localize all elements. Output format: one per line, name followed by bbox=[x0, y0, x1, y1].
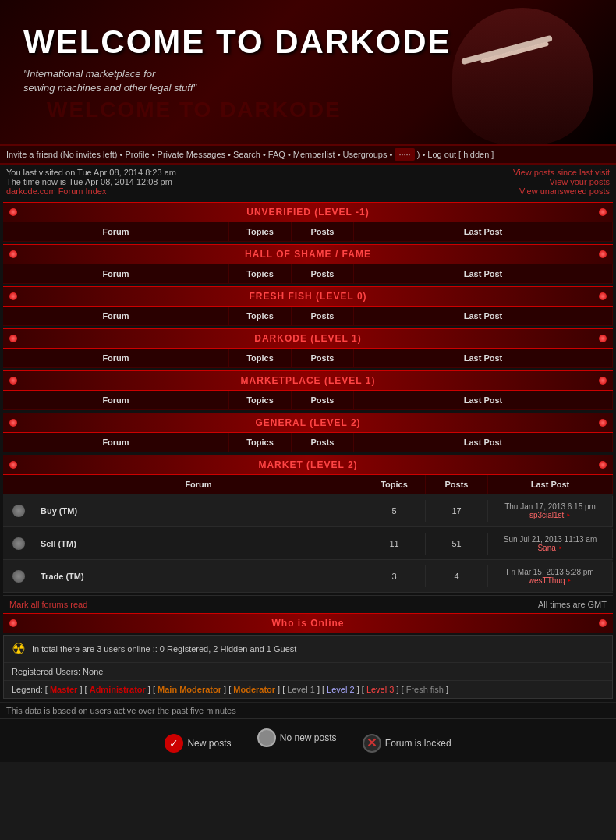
section-darkode: DARKODE (LEVEL 1) Forum Topics Posts Las… bbox=[3, 328, 613, 368]
sell-topics-cell: 11 bbox=[363, 533, 426, 555]
online-registered-text: Registered Users: None bbox=[12, 667, 103, 676]
buy-forum-link[interactable]: Buy (TM) bbox=[41, 506, 77, 516]
sell-forum-link[interactable]: Sell (TM) bbox=[41, 539, 76, 548]
view-your-posts-link[interactable]: View your posts bbox=[513, 177, 610, 186]
section-fresh-fish: FRESH FISH (LEVEL 0) Forum Topics Posts … bbox=[3, 286, 613, 326]
trade-icon-cell bbox=[3, 564, 34, 589]
online-total-text: In total there are 3 users online :: 0 R… bbox=[32, 644, 296, 654]
dot-right-market bbox=[599, 461, 607, 469]
section-title-market[interactable]: MARKET (LEVEL 2) bbox=[258, 459, 357, 470]
online-legend-row: Legend: [ Master ] [ Administrator ] [ M… bbox=[4, 681, 612, 698]
trade-forum-link[interactable]: Trade (TM) bbox=[41, 572, 84, 581]
legend-mainmod-link[interactable]: Main Moderator bbox=[158, 685, 221, 694]
dot-left-fresh bbox=[9, 292, 17, 300]
buy-lastpost-user[interactable]: sp3cial1st bbox=[529, 511, 564, 519]
who-is-online-section: Who is Online ☢ In total there are 3 use… bbox=[3, 613, 613, 699]
col-forum-marketplace: Forum bbox=[3, 391, 229, 409]
forum-index-link[interactable]: darkode.com Forum Index bbox=[6, 186, 106, 196]
view-unanswered-link[interactable]: View unanswered posts bbox=[513, 186, 610, 196]
nav-memberlist[interactable]: Memberlist bbox=[293, 150, 335, 159]
col-forum-hall: Forum bbox=[3, 264, 229, 283]
section-title-darkode[interactable]: DARKODE (LEVEL 1) bbox=[254, 333, 361, 344]
nav-logout[interactable]: Log out bbox=[427, 150, 456, 159]
header-image bbox=[320, 0, 616, 144]
col-header-market: Forum Topics Posts Last Post bbox=[3, 475, 613, 494]
section-header-unverified: UNVERIFIED (LEVEL -1) bbox=[3, 202, 613, 222]
col-header-hall: Forum Topics Posts Last Post bbox=[3, 264, 613, 284]
col-header-marketplace: Forum Topics Posts Last Post bbox=[3, 391, 613, 410]
col-forum-fresh: Forum bbox=[3, 307, 229, 325]
dot-left-darkode bbox=[9, 335, 17, 342]
section-header-darkode: DARKODE (LEVEL 1) bbox=[3, 328, 613, 349]
sell-lastpost-user[interactable]: Sana bbox=[537, 544, 555, 552]
section-title-hall[interactable]: HALL OF SHAME / FAME bbox=[245, 249, 371, 260]
online-total-row: ☢ In total there are 3 users online :: 0… bbox=[4, 636, 612, 663]
nav-usergroups[interactable]: Usergroups bbox=[343, 150, 388, 159]
sell-lastpost-cell: Sun Jul 21, 2013 11:13 am Sana ‣ bbox=[488, 529, 613, 558]
nav-hidden[interactable]: hidden bbox=[463, 150, 489, 159]
mark-all-link[interactable]: Mark all forums read bbox=[9, 600, 87, 609]
col-lastpost-unverified: Last Post bbox=[354, 222, 613, 241]
section-title-general[interactable]: GENERAL (LEVEL 2) bbox=[255, 417, 360, 428]
nav-profile[interactable]: Profile bbox=[125, 150, 149, 159]
info-bar-right: View posts since last visit View your po… bbox=[513, 168, 610, 196]
radioactive-icon: ☢ bbox=[12, 640, 26, 658]
section-header-marketplace: MARKETPLACE (LEVEL 1) bbox=[3, 370, 613, 391]
dot-left-marketplace bbox=[9, 377, 17, 385]
section-general: GENERAL (LEVEL 2) Forum Topics Posts Las… bbox=[3, 413, 613, 452]
col-posts-market: Posts bbox=[426, 475, 488, 494]
current-time-text: The time now is Tue Apr 08, 2014 12:08 p… bbox=[6, 177, 176, 186]
section-title-online[interactable]: Who is Online bbox=[272, 618, 345, 629]
section-title-fresh[interactable]: FRESH FISH (LEVEL 0) bbox=[249, 291, 366, 302]
new-posts-icon: ✓ bbox=[165, 734, 183, 753]
legend-no-new-posts: No new posts bbox=[257, 728, 337, 747]
trade-topics-cell: 3 bbox=[363, 565, 426, 587]
view-posts-since-link[interactable]: View posts since last visit bbox=[513, 168, 610, 177]
col-lastpost-market: Last Post bbox=[488, 475, 613, 494]
legend-level3-link[interactable]: Level 3 bbox=[366, 685, 394, 694]
legend-new-posts: ✓ New posts bbox=[165, 734, 231, 753]
col-topics-general: Topics bbox=[229, 433, 292, 452]
sell-post-icon: ‣ bbox=[558, 544, 563, 552]
mark-all-row: Mark all forums read All times are GMT bbox=[3, 595, 613, 613]
section-header-general: GENERAL (LEVEL 2) bbox=[3, 413, 613, 433]
col-forum-unverified: Forum bbox=[3, 222, 229, 241]
col-forum-market: Forum bbox=[34, 475, 363, 494]
footer-legend: ✓ New posts No new posts ✕ Forum is lock… bbox=[0, 718, 616, 762]
online-panel: ☢ In total there are 3 users online :: 0… bbox=[3, 635, 613, 699]
nav-faq[interactable]: FAQ bbox=[268, 150, 285, 159]
section-marketplace: MARKETPLACE (LEVEL 1) Forum Topics Posts… bbox=[3, 370, 613, 410]
legend-admin-link[interactable]: Administrator bbox=[90, 685, 146, 694]
dot-left-market bbox=[9, 461, 17, 469]
col-posts-marketplace: Posts bbox=[292, 391, 354, 409]
info-bar-left: You last visited on Tue Apr 08, 2014 8:2… bbox=[6, 168, 176, 196]
navbar: Invite a friend (No invites left) • Prof… bbox=[0, 144, 616, 165]
trade-post-icon: ‣ bbox=[567, 576, 572, 585]
col-lastpost-marketplace: Last Post bbox=[354, 391, 613, 409]
legend-level1-link[interactable]: Level 1 bbox=[287, 685, 314, 694]
table-row: Trade (TM) 3 4 Fri Mar 15, 2013 5:28 pm … bbox=[3, 560, 613, 593]
forum-locked-icon: ✕ bbox=[363, 734, 381, 753]
section-header-fresh: FRESH FISH (LEVEL 0) bbox=[3, 286, 613, 307]
col-topics-unverified: Topics bbox=[229, 222, 292, 241]
nav-private-messages[interactable]: Private Messages bbox=[158, 150, 225, 159]
col-header-darkode: Forum Topics Posts Last Post bbox=[3, 349, 613, 368]
col-topics-marketplace: Topics bbox=[229, 391, 292, 409]
legend-mod-link[interactable]: Moderator bbox=[233, 685, 275, 694]
legend-master-link[interactable]: Master bbox=[50, 685, 77, 694]
dot-right-fresh bbox=[599, 292, 607, 300]
nav-invite[interactable]: Invite a friend (No invites left) bbox=[6, 150, 117, 159]
section-market: MARKET (LEVEL 2) Forum Topics Posts Last… bbox=[3, 455, 613, 593]
legend-freshfish-link[interactable]: Fresh fish bbox=[406, 685, 444, 694]
gmt-text: All times are GMT bbox=[538, 600, 607, 609]
legend-level2-link[interactable]: Level 2 bbox=[327, 685, 354, 694]
nav-username-badge: ····· bbox=[395, 148, 414, 161]
dot-left-unverified bbox=[9, 208, 17, 216]
section-title-unverified[interactable]: UNVERIFIED (LEVEL -1) bbox=[246, 207, 369, 218]
data-note: This data is based on users active over … bbox=[0, 702, 616, 718]
trade-lastpost-user[interactable]: wesTThuq bbox=[529, 576, 565, 585]
section-title-marketplace[interactable]: MARKETPLACE (LEVEL 1) bbox=[241, 375, 376, 386]
section-header-market: MARKET (LEVEL 2) bbox=[3, 455, 613, 475]
nav-search[interactable]: Search bbox=[233, 150, 260, 159]
col-posts-hall: Posts bbox=[292, 264, 354, 283]
